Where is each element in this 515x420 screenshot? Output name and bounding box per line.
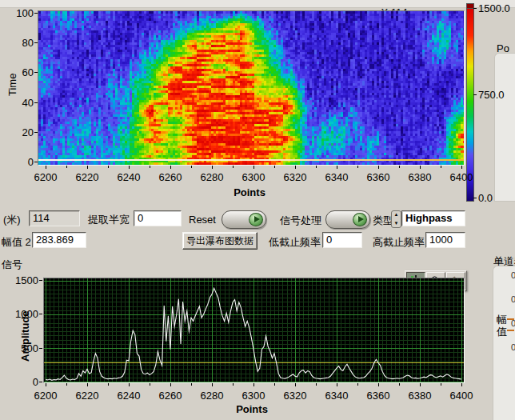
x-tick-mark [461,383,462,386]
cutoff-zero-label: 0 [511,294,515,304]
x-tick-label: 6200 [34,171,58,183]
x-minor-tick-mark [441,383,441,386]
x-minor-tick-mark [316,166,317,168]
x-minor-tick-mark [108,383,109,386]
filter-type-combo[interactable] [401,210,465,226]
x-tick-mark [337,383,337,386]
colorbar-tick-label: 0.0 [478,192,493,204]
labview-front-panel: X:114 Time Points Po (米) 114 提取半宽 Reset … [0,0,515,420]
x-minor-tick-mark [191,166,192,168]
x-tick-mark [87,383,88,386]
x-tick-mark [254,166,254,169]
x-tick-label: 6220 [76,171,99,183]
y-tick-mark [34,132,38,133]
high-cutoff-input[interactable] [425,232,465,248]
colorbar-tick-mark [473,8,477,9]
half-width-input[interactable] [134,210,182,226]
x-tick-label: 6320 [284,171,307,183]
x-tick-label: 6220 [76,390,99,402]
x-tick-mark [337,166,337,169]
x-tick-mark [129,166,130,169]
y-tick-label: 20 [10,126,34,138]
signal-process-label: 信号处理 [280,214,321,228]
signal-process-toggle-button[interactable] [325,210,370,229]
x-minor-tick-mark [399,383,400,386]
meter-label: (米) [3,213,21,227]
x-tick-label: 6260 [159,390,182,402]
y-tick-label: 80 [10,37,34,49]
spinner-up-icon[interactable]: ▲ [394,211,399,218]
x-tick-mark [420,383,421,386]
x-tick-mark [378,383,379,386]
cutoff-zero-label: 0 [511,342,515,352]
reset-toggle-button[interactable] [222,210,266,229]
x-minor-tick-mark [233,166,234,168]
amp2-label: 幅值 2 [2,235,31,250]
x-tick-mark [254,383,254,386]
x-tick-label: 6400 [450,171,473,183]
x-tick-label: 6280 [201,390,224,402]
x-tick-mark [212,383,213,386]
x-minor-tick-mark [233,383,234,386]
x-minor-tick-mark [191,383,192,386]
y-tick-label: 500 [11,342,38,354]
colorbar-tick-mark [473,94,477,95]
x-tick-label: 6280 [201,171,224,183]
cutoff-zero-label: 0 [511,270,515,280]
colorbar-tick-label: 750.0 [478,89,505,101]
x-minor-tick-mark [357,166,358,168]
signal-waveform-plot[interactable] [44,278,464,382]
waterfall-plot-frame [38,10,465,166]
signal-section-label: 信号 [2,258,22,272]
x-tick-mark [170,383,171,386]
x-tick-mark [295,383,296,386]
x-tick-label: 6380 [409,171,432,183]
x-minor-tick-mark [150,166,150,168]
x-tick-label: 6400 [450,390,473,402]
cutoff-zero-label: 0 [511,318,515,328]
bottom-chart-x-axis-title: Points [236,403,268,415]
x-tick-label: 6360 [367,171,390,183]
x-tick-mark [212,166,213,169]
x-minor-tick-mark [66,166,67,168]
spinner-down-icon[interactable]: ▼ [394,220,399,227]
filter-type-spinner[interactable]: ▲▼ [391,210,401,228]
x-minor-tick-mark [150,383,150,386]
y-tick-mark [34,42,38,43]
y-tick-mark [34,102,38,103]
x-tick-label: 6340 [325,390,349,402]
signal-process-arrow-icon [358,216,364,222]
x-tick-label: 6340 [325,171,349,183]
amp-vertical-label: 幅值 [497,314,509,338]
export-waterfall-button[interactable]: 导出瀑布图数据 [182,232,258,250]
y-tick-label: 40 [10,97,34,109]
amp-label-highlight [507,330,514,331]
x-tick-mark [295,166,296,169]
x-tick-label: 6200 [34,390,58,402]
high-cutoff-label: 高截止频率 [373,235,425,250]
y-tick-mark [39,348,42,349]
x-tick-mark [378,166,379,169]
x-minor-tick-mark [357,383,358,386]
x-tick-mark [461,166,462,169]
top-chart-x-axis-title: Points [234,186,265,198]
x-tick-label: 6260 [159,171,182,183]
y-tick-mark [39,382,42,382]
x-minor-tick-mark [274,166,275,168]
y-tick-mark [39,280,42,281]
x-tick-mark [46,166,46,169]
colorbar-tick-label: 1500.0 [478,2,510,14]
low-cutoff-label: 低截止频率 [269,235,321,250]
reset-label: Reset [189,214,216,226]
x-tick-mark [46,383,46,386]
y-tick-label: 1000 [11,308,38,320]
waterfall-intensity-plot[interactable] [38,11,464,165]
x-tick-mark [87,166,88,169]
y-tick-mark [34,13,38,14]
colorbar-tick-mark [473,198,477,198]
top-strip [0,0,515,8]
y-tick-label: 60 [10,66,34,78]
x-minor-tick-mark [66,383,67,386]
low-cutoff-input[interactable] [322,232,362,248]
y-tick-label: 1500 [11,274,38,286]
